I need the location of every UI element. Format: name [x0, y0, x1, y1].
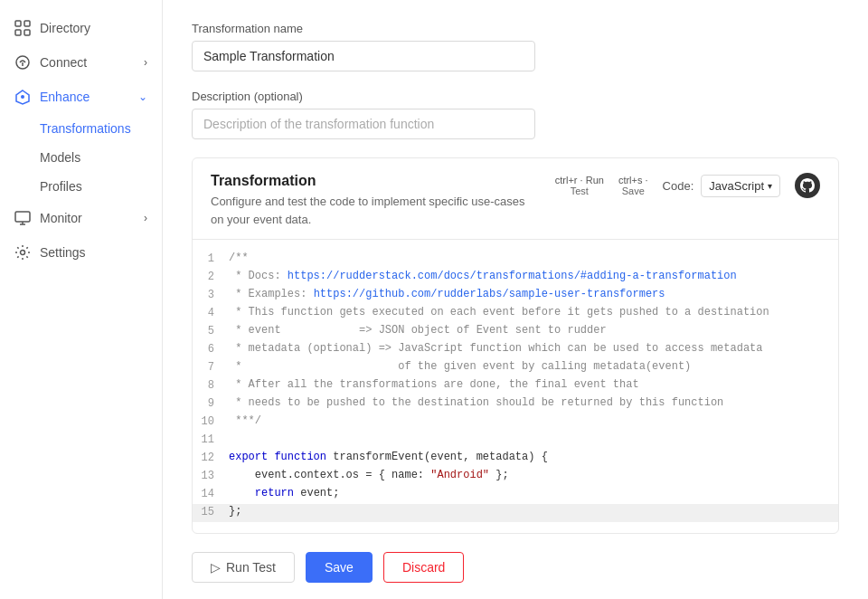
svg-rect-2 — [15, 30, 21, 35]
line-number: 15 — [193, 505, 225, 521]
name-form-group: Transformation name — [192, 22, 839, 71]
line-content: * Docs: https://rudderstack.com/docs/tra… — [225, 270, 838, 286]
desc-label: Description (optional) — [192, 90, 839, 103]
save-key: ctrl+s · — [618, 175, 648, 185]
run-label: Test — [571, 185, 589, 196]
code-line-8: 8 * After all the transformations are do… — [193, 377, 838, 395]
sidebar-item-enhance[interactable]: Enhance ⌄ — [0, 80, 162, 114]
line-content: * metadata (optional) => JavaScript func… — [225, 342, 838, 358]
panel-title: Transformation — [211, 173, 541, 189]
code-line-4: 4 * This function gets executed on each … — [193, 305, 838, 323]
save-button[interactable]: Save — [306, 552, 373, 583]
code-line-14: 14 return event; — [193, 486, 838, 504]
line-content: * of the given event by calling metadata… — [225, 360, 838, 376]
line-content: return event; — [225, 487, 838, 503]
line-number: 12 — [193, 451, 225, 467]
line-number: 1 — [193, 252, 225, 268]
code-line-5: 5 * event => JSON object of Event sent t… — [193, 323, 838, 341]
footer-actions: ▷ Run Test Save Discard — [192, 552, 839, 583]
header-left: Transformation Configure and test the co… — [211, 173, 541, 228]
line-number: 2 — [193, 270, 225, 286]
code-editor[interactable]: 1 /** 2 * Docs: https://rudderstack.com/… — [193, 240, 838, 533]
run-test-label: Run Test — [226, 560, 276, 575]
line-number: 10 — [193, 414, 225, 431]
transformation-header: Transformation Configure and test the co… — [193, 158, 838, 240]
github-icon[interactable] — [795, 173, 820, 198]
discard-button[interactable]: Discard — [383, 552, 464, 583]
save-label: Save — [622, 185, 645, 196]
code-line-12: 12 export function transformEvent(event,… — [193, 450, 838, 468]
code-line-9: 9 * needs to be pushed to the destinatio… — [193, 395, 838, 414]
sidebar-item-label: Monitor — [40, 211, 82, 225]
sidebar: Directory Connect › Enhance ⌄ Transforma… — [0, 0, 163, 599]
line-content: event.context.os = { name: "Android" }; — [225, 469, 838, 485]
chevron-down-icon: ▾ — [768, 181, 772, 191]
svg-point-10 — [21, 251, 25, 255]
code-editor-content: 1 /** 2 * Docs: https://rudderstack.com/… — [193, 251, 838, 522]
svg-rect-0 — [15, 21, 21, 26]
sidebar-item-label: Enhance — [40, 90, 90, 104]
line-number: 11 — [193, 433, 225, 449]
language-value: JavaScript — [709, 179, 764, 193]
line-number: 14 — [193, 487, 225, 503]
sidebar-item-models[interactable]: Models — [0, 143, 162, 172]
plug-icon — [14, 54, 31, 71]
chevron-right-icon: › — [144, 212, 147, 224]
sidebar-item-profiles[interactable]: Profiles — [0, 172, 162, 201]
sidebar-item-connect[interactable]: Connect › — [0, 45, 162, 80]
sidebar-item-monitor[interactable]: Monitor › — [0, 201, 162, 235]
line-number: 9 — [193, 396, 225, 413]
line-content: * event => JSON object of Event sent to … — [225, 324, 838, 340]
line-content: }; — [225, 505, 838, 521]
line-number: 13 — [193, 469, 225, 485]
code-line-7: 7 * of the given event by calling metada… — [193, 359, 838, 377]
code-line-3: 3 * Examples: https://github.com/rudderl… — [193, 287, 838, 305]
chevron-right-icon: › — [144, 56, 147, 69]
code-line-6: 6 * metadata (optional) => JavaScript fu… — [193, 341, 838, 359]
run-test-button[interactable]: ▷ Run Test — [192, 552, 295, 583]
line-content: * Examples: https://github.com/rudderlab… — [225, 288, 838, 304]
line-number: 5 — [193, 324, 225, 340]
monitor-icon — [14, 210, 31, 226]
line-content: /** — [225, 252, 838, 268]
line-content — [225, 433, 838, 449]
submenu-label: Transformations — [40, 121, 131, 136]
play-icon: ▷ — [211, 560, 221, 575]
sidebar-item-label: Settings — [40, 245, 86, 260]
language-select[interactable]: JavaScript ▾ — [701, 175, 780, 197]
sidebar-item-transformations[interactable]: Transformations — [0, 114, 162, 143]
svg-point-6 — [21, 95, 24, 99]
desc-form-group: Description (optional) — [192, 90, 839, 139]
transformation-name-input[interactable] — [192, 41, 535, 71]
line-number: 3 — [193, 288, 225, 304]
save-label: Save — [325, 560, 354, 575]
transformation-panel: Transformation Configure and test the co… — [192, 157, 839, 534]
discard-label: Discard — [402, 560, 445, 575]
code-line-13: 13 event.context.os = { name: "Android" … — [193, 468, 838, 486]
sidebar-item-directory[interactable]: Directory — [0, 11, 162, 45]
code-line-11: 11 — [193, 432, 838, 450]
code-line-15: 15 }; — [193, 504, 838, 522]
sidebar-item-settings[interactable]: Settings — [0, 235, 162, 270]
run-shortcut: ctrl+r · Run Test — [555, 175, 604, 196]
run-key: ctrl+r · Run — [555, 175, 604, 185]
name-label: Transformation name — [192, 22, 839, 35]
line-number: 4 — [193, 306, 225, 322]
line-content: * After all the transformations are done… — [225, 378, 838, 395]
code-selector: Code: JavaScript ▾ — [663, 175, 780, 197]
line-content: export function transformEvent(event, me… — [225, 451, 838, 467]
code-line-2: 2 * Docs: https://rudderstack.com/docs/t… — [193, 269, 838, 287]
chevron-down-icon: ⌄ — [138, 90, 147, 103]
svg-rect-1 — [24, 21, 30, 26]
code-label: Code: — [663, 179, 694, 193]
svg-rect-7 — [15, 212, 30, 222]
line-content: ***/ — [225, 414, 838, 431]
description-input[interactable] — [192, 109, 535, 139]
submenu-label: Models — [40, 150, 80, 165]
transform-controls: ctrl+r · Run Test ctrl+s · Save Code: Ja… — [555, 173, 820, 198]
submenu-label: Profiles — [40, 179, 82, 194]
line-number: 7 — [193, 360, 225, 376]
settings-icon — [14, 244, 31, 261]
grid-icon — [14, 20, 31, 36]
code-line-10: 10 ***/ — [193, 414, 838, 432]
